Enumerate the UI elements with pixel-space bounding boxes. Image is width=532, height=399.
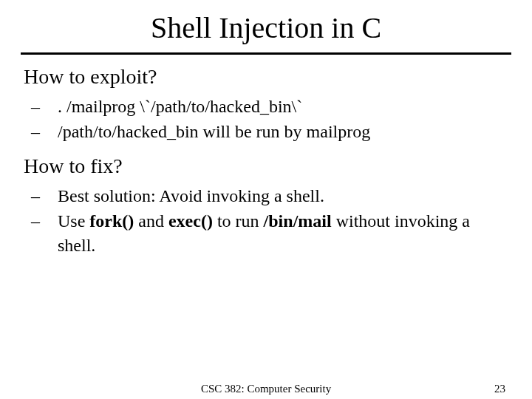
dash-icon: – <box>44 120 58 143</box>
bullet-list: –. /mailprog \`/path/to/hacked_bin\` –/p… <box>44 95 508 144</box>
bullet-text: to run <box>213 211 264 231</box>
dash-icon: – <box>44 209 58 233</box>
bold-text: fork() <box>89 211 134 231</box>
dash-icon: – <box>44 184 58 208</box>
footer-course: CSC 382: Computer Security <box>0 383 532 395</box>
bullet-item: –Use fork() and exec() to run /bin/mail … <box>44 209 508 257</box>
page-number: 23 <box>494 383 505 395</box>
bullet-text: and <box>134 211 168 231</box>
bullet-text: /path/to/hacked_bin will be run by mailp… <box>58 122 370 141</box>
dash-icon: – <box>44 95 58 118</box>
bullet-text: . /mailprog \`/path/to/hacked_bin\` <box>58 97 302 116</box>
bullet-item: –Best solution: Avoid invoking a shell. <box>44 184 508 208</box>
slide-title: Shell Injection in C <box>0 0 532 52</box>
bold-text: /bin/mail <box>264 211 332 231</box>
bullet-list: –Best solution: Avoid invoking a shell. … <box>44 184 508 257</box>
bullet-item: –/path/to/hacked_bin will be run by mail… <box>44 120 508 143</box>
slide-body: How to exploit? –. /mailprog \`/path/to/… <box>0 65 532 257</box>
title-rule <box>21 52 511 55</box>
bullet-item: –. /mailprog \`/path/to/hacked_bin\` <box>44 95 508 118</box>
bold-text: exec() <box>168 211 213 231</box>
bullet-text: Use <box>58 211 89 231</box>
slide: Shell Injection in C How to exploit? –. … <box>0 0 532 399</box>
bullet-text: Best solution: Avoid invoking a shell. <box>58 186 324 205</box>
section-heading-fix: How to fix? <box>24 154 508 178</box>
section-heading-exploit: How to exploit? <box>24 65 508 89</box>
